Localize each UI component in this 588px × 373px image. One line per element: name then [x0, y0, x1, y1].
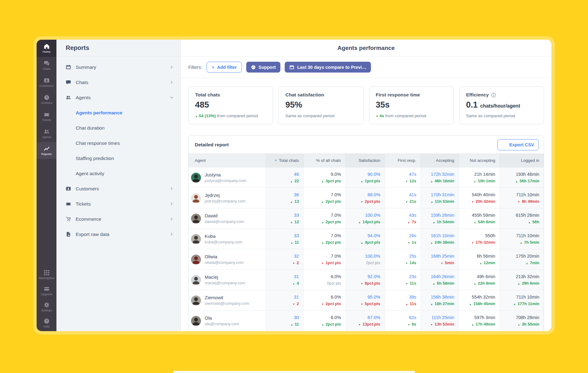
delta-arrow-up-icon: ▲: [290, 241, 294, 244]
rail-bottom-group: MarketplaceUpgradeSettings?Help: [37, 267, 56, 331]
cell-delta-value: 3pct pts: [326, 179, 341, 183]
agent-cell: Oliwiaoliwia@company.com: [189, 249, 266, 270]
cell-delta: ▲ 56h 17min: [504, 179, 539, 183]
cell-delta-value: 6s: [412, 322, 416, 326]
cell-logged-in: 213h 32min▲ 29h 6min: [500, 270, 544, 290]
cell-total-chats: 33▲ 12: [266, 208, 304, 229]
rail-item-tickets[interactable]: Tickets: [37, 108, 56, 125]
calendar-icon: [289, 65, 294, 70]
delta-arrow-down-icon: ▼: [441, 262, 444, 265]
summary-card-delta: ▲54 (13%) from compared period: [195, 113, 266, 118]
cell-value: 455h 59min: [463, 213, 495, 218]
agent-email: justyna@company.com: [205, 178, 246, 183]
cell-not-accepting: 597h 3min▲ 17h 49min: [459, 311, 500, 331]
cell-delta-value: 14s: [410, 260, 416, 265]
rail-item-settings[interactable]: Settings: [37, 299, 56, 315]
cart-icon: [66, 216, 71, 222]
column-header-of-all-chats[interactable]: % of all chats: [303, 154, 345, 167]
sidebar-item-agents[interactable]: Agents: [56, 90, 180, 105]
filter-chip-last-30-days-compare-to-previ[interactable]: Last 30 days compare to Previ…: [285, 62, 371, 73]
chevron-down-icon: [170, 95, 174, 100]
column-header-total-chats[interactable]: ▼Total chats: [266, 154, 304, 167]
sidebar-subitem-agent-activity[interactable]: Agent activity: [56, 166, 180, 181]
column-header-satisfaction[interactable]: Satisfaction: [345, 154, 385, 167]
sidebar-subitem-staffing-prediction[interactable]: Staffing prediction: [56, 151, 180, 166]
column-header-logged-in[interactable]: Logged in: [500, 154, 544, 167]
rail-item-marketplace[interactable]: Marketplace: [37, 267, 56, 283]
sidebar-title: Reports: [56, 40, 180, 56]
summary-card-value: 0.1chats/hour/agent: [466, 100, 537, 110]
delta-arrow-up-icon: ▲: [290, 323, 294, 326]
add-filter-button[interactable]: + Add filter: [207, 62, 242, 73]
cell-delta-value: 1s: [412, 240, 416, 245]
column-header-first-resp[interactable]: First resp.: [385, 154, 421, 167]
sidebar-item-ecommerce[interactable]: Ecommerce: [56, 211, 180, 227]
cell-of-all-chats: 7.0%▲ 2pct pts: [303, 229, 345, 249]
cell-value: 26s: [389, 233, 416, 238]
cell-delta: ▼ 13pct pts: [350, 322, 381, 326]
agent-name-block: Kubakuba@company.com: [205, 233, 242, 244]
rail-item-customers[interactable]: Customers: [37, 74, 56, 91]
cell-value: 47s: [389, 172, 416, 177]
rail-item-archives[interactable]: Archives: [37, 91, 56, 108]
customers-icon: [44, 78, 50, 83]
filter-chip-support[interactable]: Support: [246, 62, 281, 73]
sidebar-subitem-chat-response-times[interactable]: Chat response times: [56, 135, 180, 151]
avatar: [191, 214, 201, 224]
sidebar-item-customers[interactable]: Customers: [56, 181, 180, 196]
cell-delta-value: 12min: [483, 260, 495, 265]
rail-item-home[interactable]: Home: [37, 40, 56, 57]
app-frame: HomeChatsCustomersArchivesTicketsAgentsR…: [33, 36, 555, 335]
cell-delta: ▲ 2pct pts: [308, 220, 341, 224]
cell-value: 550h: [463, 233, 495, 238]
sidebar-menu: SummaryChatsAgentsAgents performanceChat…: [56, 56, 180, 242]
page-title: Agents performance: [181, 40, 551, 56]
cell-value: 46: [270, 172, 299, 177]
delta-arrow-up-icon: ▲: [358, 221, 362, 224]
agent-cell: Justynajustyna@company.com: [189, 167, 266, 188]
delta-arrow-down-icon: ▼: [471, 200, 475, 203]
rail-item-help[interactable]: ?Help: [37, 315, 56, 331]
plus-icon: +: [212, 64, 215, 70]
cell-accepting: 156h 38min▲ 18h 27min: [421, 290, 459, 311]
export-csv-button[interactable]: Export CSV: [497, 139, 539, 150]
filter-chip-label: Support: [259, 65, 276, 70]
rail-item-upgrade[interactable]: Upgrade: [37, 283, 56, 299]
column-header-not-accepting[interactable]: Not accepting: [459, 154, 500, 167]
info-icon[interactable]: [491, 92, 496, 98]
sidebar-item-summary[interactable]: Summary: [56, 60, 180, 75]
rail-item-chats[interactable]: Chats: [37, 57, 56, 74]
cell-delta-value: 17h 49min: [475, 322, 495, 326]
sidebar-item-chats[interactable]: Chats: [56, 75, 180, 90]
cell-delta: ▲ 4pct pts: [350, 240, 381, 245]
agent-email: oliwia@company.com: [205, 260, 244, 265]
agent-cell: Maciejmaciej@company.com: [189, 270, 266, 290]
cell-delta-value: 2pct pts: [326, 240, 341, 245]
cell-delta: ▲ 4: [270, 281, 299, 286]
rail-item-reports[interactable]: Reports: [37, 142, 56, 159]
cell-delta-value: 7h 5min: [524, 240, 539, 245]
sidebar-subitem-chat-duration[interactable]: Chat duration: [56, 120, 180, 135]
cell-delta-value: 1pct pts: [365, 179, 380, 183]
sidebar-item-export-raw-data[interactable]: Export raw data: [56, 227, 180, 242]
column-header-accepting[interactable]: Accepting: [421, 154, 459, 167]
cell-value: 92.0%: [350, 274, 381, 279]
cell-logged-in: 175h 20min▲ 7min: [500, 249, 544, 270]
rail-item-label: Settings: [41, 309, 52, 312]
agent-name-block: Dawiddawid@company.com: [205, 213, 244, 224]
add-filter-label: Add filter: [217, 65, 237, 70]
cell-first-resp: 39s▲ 11s: [385, 290, 421, 311]
agent-info: Olaola@company.com: [191, 315, 263, 326]
cell-accepting: 164h 26min▲ 6h 58min: [421, 270, 459, 290]
column-header-agent[interactable]: Agent: [189, 154, 266, 167]
sidebar-subitem-agents-performance[interactable]: Agents performance: [56, 105, 180, 120]
avatar: [191, 255, 201, 264]
delta-arrow-up-icon: ▲: [292, 282, 296, 285]
sidebar-item-label: Chats: [76, 80, 170, 85]
cell-delta-value: 18h 27min: [434, 301, 454, 306]
sidebar-item-tickets[interactable]: Tickets: [56, 196, 180, 211]
column-header-label: Logged in: [521, 158, 539, 163]
cell-accepting: 172h 32min▲ 46h 16min: [421, 167, 459, 188]
delta-arrow-up-icon: ▲: [321, 221, 325, 224]
rail-item-agents[interactable]: Agents: [37, 125, 56, 142]
